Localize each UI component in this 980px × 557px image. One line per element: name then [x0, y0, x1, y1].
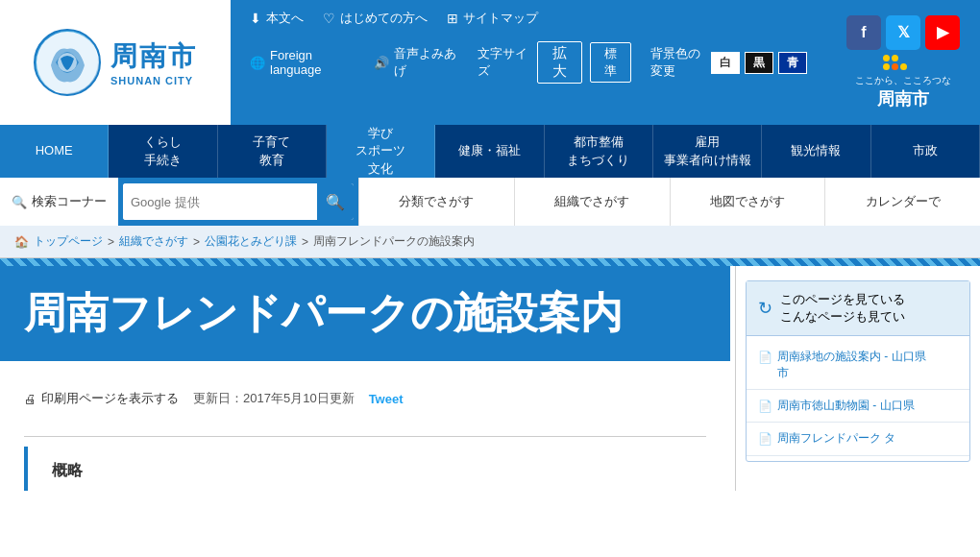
nav-kurashi[interactable]: くらし 手続き: [109, 125, 217, 178]
font-controls: 文字サイズ 拡大 標準: [478, 41, 632, 84]
search-button[interactable]: 🔍: [317, 183, 354, 220]
refresh-icon: ↻: [758, 298, 772, 319]
home-icon: 🏠: [14, 235, 29, 249]
shunan-brand: ここから、こころつな 周南市: [855, 55, 951, 110]
logo-roman: SHUNAN CITY: [110, 75, 197, 86]
bg-blue-button[interactable]: 青: [778, 52, 807, 74]
logo-kanji: 周南市: [110, 38, 197, 75]
breadcrumb-org[interactable]: 組織でさがす: [119, 233, 188, 250]
updated-date: 更新日：2017年5月10日更新: [193, 390, 355, 407]
org-search-button[interactable]: 組織でさがす: [514, 178, 670, 226]
sidebar-rec-header: ↻ このページを見ている こんなページも見てい: [747, 281, 969, 336]
honbun-link[interactable]: ⬇ 本文へ: [250, 10, 304, 27]
nav-home[interactable]: HOME: [0, 125, 109, 178]
header-top: 周南市 SHUNAN CITY ⬇ 本文へ ♡ はじめての方へ ⊞ サイトマップ…: [0, 0, 980, 125]
header-nav-area: ⬇ 本文へ ♡ はじめての方へ ⊞ サイトマップ 🌐 Foreign langu…: [231, 0, 826, 125]
gaiyou-section-title: 概略: [24, 447, 735, 491]
doc-icon: 📄: [758, 431, 772, 448]
content-right-sidebar: ↻ このページを見ている こんなページも見てい 📄 周南緑地の施設案内 - 山口…: [735, 266, 980, 491]
search-area: 🔍 検索コーナー 🔍 分類でさがす 組織でさがす 地図でさがす カレンダーで: [0, 178, 980, 226]
sidebar-rec-list: 📄 周南緑地の施設案内 - 山口県 市 📄 周南市徳山動物園 - 山口県 📄 周…: [747, 336, 969, 461]
nav-kosodate[interactable]: 子育て 教育: [218, 125, 327, 178]
header-right: f 𝕏 ▶: [826, 0, 980, 125]
bg-color-label: 背景色の変更: [650, 45, 706, 80]
foreign-language-link[interactable]: 🌐 Foreign language: [250, 48, 355, 77]
grid-icon: ⊞: [447, 11, 458, 26]
search-category-buttons: 分類でさがす 組織でさがす 地図でさがす カレンダーで: [358, 178, 980, 226]
sidebar-rec-title: このページを見ている こんなページも見てい: [780, 291, 905, 326]
youtube-label: ▶: [937, 23, 948, 41]
tweet-button[interactable]: Tweet: [369, 392, 404, 406]
foreign-language-label: Foreign language: [270, 48, 355, 77]
globe-icon: 🌐: [250, 56, 265, 70]
facebook-icon[interactable]: f: [846, 15, 881, 50]
twitter-label: 𝕏: [897, 23, 910, 41]
bg-controls: 背景色の変更 白 黒 青: [650, 45, 807, 80]
nav-kanko[interactable]: 観光情報: [762, 125, 870, 178]
audio-link[interactable]: 🔊 音声よみあげ: [374, 45, 458, 80]
print-link[interactable]: 🖨 印刷用ページを表示する: [24, 390, 179, 407]
calendar-search-button[interactable]: カレンダーで: [824, 178, 980, 226]
lang-tools: 🌐 Foreign language 🔊 音声よみあげ 文字サイズ 拡大 標準 …: [231, 36, 826, 88]
doc-icon: 📄: [758, 350, 772, 366]
sitemap-label: サイトマップ: [463, 10, 538, 27]
arrow-down-icon: ⬇: [250, 11, 261, 26]
logo-text-area: 周南市 SHUNAN CITY: [110, 38, 197, 86]
sidebar-rec-item[interactable]: 📄 周南緑地の施設案内 - 山口県 市: [747, 341, 969, 390]
sidebar-rec-item[interactable]: 📄 周南フレンドパーク タ: [747, 423, 969, 456]
top-links: ⬇ 本文へ ♡ はじめての方へ ⊞ サイトマップ: [231, 0, 826, 36]
search-box-wrapper: 🔍: [123, 183, 354, 220]
breadcrumb-current: 周南フレンドパークの施設案内: [313, 233, 475, 250]
font-size-label: 文字サイズ: [478, 45, 529, 80]
hajimete-link[interactable]: ♡ はじめての方へ: [323, 10, 428, 27]
audio-label: 音声よみあげ: [394, 45, 458, 80]
hajimete-label: はじめての方へ: [340, 10, 428, 27]
breadcrumb-park-div[interactable]: 公園花とみどり課: [205, 233, 297, 250]
shunan-brand-text: 周南市: [877, 87, 929, 110]
breadcrumb-top[interactable]: トップページ: [34, 233, 103, 250]
font-large-button[interactable]: 拡大: [537, 41, 582, 84]
category-search-button[interactable]: 分類でさがす: [358, 178, 514, 226]
print-label: 印刷用ページを表示する: [41, 390, 179, 407]
search-corner-label: 🔍 検索コーナー: [0, 178, 118, 226]
nav-kenko[interactable]: 健康・福祉: [435, 125, 544, 178]
breadcrumb: 🏠 トップページ > 組織でさがす > 公園花とみどり課 > 周南フレンドパーク…: [0, 226, 980, 258]
nav-koyo[interactable]: 雇用 事業者向け情報: [653, 125, 762, 178]
nav-toshi[interactable]: 都市整備 まちづくり: [545, 125, 653, 178]
koko-kara-text: ここから、こころつな: [855, 74, 951, 87]
audio-icon: 🔊: [374, 56, 389, 70]
youtube-icon[interactable]: ▶: [925, 15, 960, 50]
page-title-bar: 周南フレンドパークの施設案内: [0, 266, 730, 361]
search-icon: 🔍: [326, 193, 345, 211]
sidebar-recommendation: ↻ このページを見ている こんなページも見てい 📄 周南緑地の施設案内 - 山口…: [746, 280, 970, 462]
search-input[interactable]: [123, 183, 317, 220]
nav-shisei[interactable]: 市政: [871, 125, 980, 178]
page-title: 周南フレンドパークの施設案内: [24, 285, 706, 342]
map-search-button[interactable]: 地図でさがす: [670, 178, 825, 226]
twitter-icon[interactable]: 𝕏: [886, 15, 920, 50]
bg-white-button[interactable]: 白: [711, 52, 740, 74]
honbun-label: 本文へ: [266, 10, 304, 27]
main-content: 周南フレンドパークの施設案内 🖨 印刷用ページを表示する 更新日：2017年5月…: [0, 266, 980, 491]
doc-icon: 📄: [758, 399, 772, 415]
facebook-label: f: [861, 24, 866, 41]
diagonal-separator: [0, 258, 980, 266]
heart-icon: ♡: [323, 11, 335, 26]
logo-circle-icon: [34, 29, 101, 96]
bg-black-button[interactable]: 黒: [745, 52, 773, 74]
print-icon: 🖨: [24, 392, 37, 406]
print-area: 🖨 印刷用ページを表示する 更新日：2017年5月10日更新 Tweet: [0, 380, 730, 426]
main-nav: HOME くらし 手続き 子育て 教育 学び スポーツ 文化 健康・福祉 都市整…: [0, 125, 980, 178]
font-medium-button[interactable]: 標準: [590, 42, 632, 83]
nav-manabi[interactable]: 学び スポーツ 文化: [327, 125, 435, 178]
logo-area: 周南市 SHUNAN CITY: [0, 0, 231, 125]
social-icons: f 𝕏 ▶: [846, 15, 960, 50]
sitemap-link[interactable]: ⊞ サイトマップ: [447, 10, 538, 27]
content-divider: [24, 436, 706, 437]
magnifier-icon: 🔍: [12, 195, 27, 209]
content-left: 周南フレンドパークの施設案内 🖨 印刷用ページを表示する 更新日：2017年5月…: [0, 266, 735, 491]
sidebar-rec-item[interactable]: 📄 周南市徳山動物園 - 山口県: [747, 390, 969, 424]
